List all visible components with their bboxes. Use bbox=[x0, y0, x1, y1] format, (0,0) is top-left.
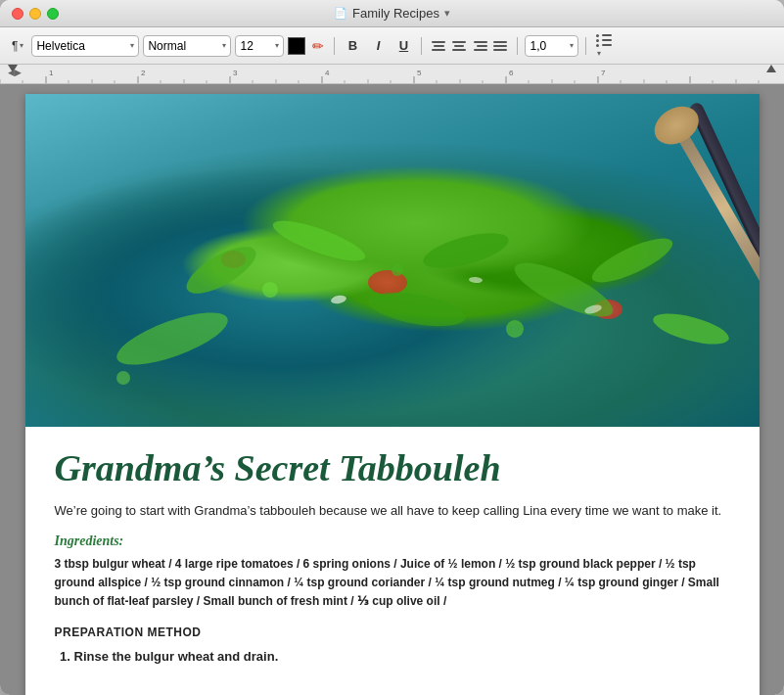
toolbar-separator-4 bbox=[585, 37, 586, 55]
window-title: Family Recipes bbox=[352, 6, 439, 21]
svg-text:1: 1 bbox=[49, 69, 54, 77]
alignment-group bbox=[429, 36, 510, 56]
document-icon: 📄 bbox=[334, 7, 347, 20]
svg-text:7: 7 bbox=[601, 69, 606, 77]
paragraph-dropdown-icon: ▾ bbox=[20, 41, 23, 50]
align-center-button[interactable] bbox=[449, 36, 469, 56]
tomatoes-1 bbox=[368, 270, 407, 295]
font-family-select[interactable]: Helvetica ▾ bbox=[31, 35, 139, 57]
ingredients-text: 3 tbsp bulgur wheat / 4 large ripe tomat… bbox=[55, 555, 730, 612]
minimize-button[interactable] bbox=[29, 8, 41, 20]
align-left-button[interactable] bbox=[429, 36, 448, 56]
ingredients-label: Ingredients: bbox=[55, 533, 730, 549]
italic-label: I bbox=[377, 38, 381, 53]
tomatoes-3 bbox=[221, 251, 246, 268]
style-select[interactable]: Normal ▾ bbox=[143, 35, 231, 57]
tomatoes-2 bbox=[593, 300, 623, 319]
traffic-lights bbox=[12, 8, 59, 20]
svg-text:3: 3 bbox=[233, 69, 238, 77]
font-family-arrow: ▾ bbox=[130, 41, 134, 50]
font-size-value: 12 bbox=[240, 39, 253, 53]
page: Grandma’s Secret Tabbouleh We’re going t… bbox=[25, 94, 760, 695]
app-window: 📄 Family Recipes ▾ ¶ ▾ Helvetica ▾ Norma… bbox=[0, 0, 784, 695]
toolbar-separator-2 bbox=[421, 37, 422, 55]
toolbar-separator-1 bbox=[334, 37, 335, 55]
paragraph-icon: ¶ bbox=[12, 39, 18, 53]
style-arrow: ▾ bbox=[222, 41, 226, 50]
svg-text:6: 6 bbox=[509, 69, 514, 77]
text-color-swatch[interactable] bbox=[288, 37, 305, 55]
underline-label: U bbox=[399, 38, 408, 53]
recipe-image bbox=[25, 94, 760, 427]
document-area[interactable]: Grandma’s Secret Tabbouleh We’re going t… bbox=[0, 84, 784, 695]
align-right-button[interactable] bbox=[470, 36, 489, 56]
ruler: ◀▶ 1 2 3 4 5 6 7 bbox=[0, 65, 784, 84]
page-content: Grandma’s Secret Tabbouleh We’re going t… bbox=[25, 427, 760, 685]
title-area: 📄 Family Recipes ▾ bbox=[334, 6, 450, 21]
line-spacing-select[interactable]: 1,0 ▾ bbox=[525, 35, 578, 57]
left-tab-marker: ◀▶ bbox=[8, 68, 22, 77]
steps-list: Rinse the bulgur wheat and drain. bbox=[55, 647, 730, 667]
svg-text:4: 4 bbox=[325, 69, 330, 77]
style-value: Normal bbox=[148, 39, 186, 53]
titlebar: 📄 Family Recipes ▾ bbox=[0, 0, 784, 27]
step-1: Rinse the bulgur wheat and drain. bbox=[74, 647, 730, 667]
toolbar: ¶ ▾ Helvetica ▾ Normal ▾ 12 ▾ ✏ B I bbox=[0, 27, 784, 65]
font-family-value: Helvetica bbox=[36, 39, 84, 53]
close-button[interactable] bbox=[12, 8, 23, 20]
svg-text:2: 2 bbox=[141, 69, 146, 77]
bold-label: B bbox=[348, 38, 357, 53]
align-justify-button[interactable] bbox=[490, 36, 510, 56]
preparation-label: PREPARATION Method bbox=[55, 626, 730, 639]
maximize-button[interactable] bbox=[47, 8, 59, 20]
list-dropdown-arrow: ▾ bbox=[597, 49, 614, 58]
underline-button[interactable]: U bbox=[392, 35, 414, 57]
clear-formatting-button[interactable]: ✏ bbox=[309, 38, 327, 54]
recipe-intro: We’re going to start with Grandma’s tabb… bbox=[55, 501, 730, 521]
spacing-value: 1,0 bbox=[530, 39, 546, 53]
toolbar-separator-3 bbox=[517, 37, 518, 55]
font-size-select[interactable]: 12 ▾ bbox=[235, 35, 284, 57]
italic-button[interactable]: I bbox=[367, 35, 389, 57]
bold-button[interactable]: B bbox=[342, 35, 363, 57]
salad-greens bbox=[104, 114, 730, 388]
list-button[interactable]: ▾ bbox=[593, 35, 617, 57]
ruler-svg: 1 2 3 4 5 6 7 bbox=[0, 65, 784, 84]
title-dropdown-arrow[interactable]: ▾ bbox=[444, 7, 450, 20]
svg-text:5: 5 bbox=[417, 69, 422, 77]
recipe-title: Grandma’s Secret Tabbouleh bbox=[55, 446, 730, 491]
font-size-arrow: ▾ bbox=[275, 41, 279, 50]
spacing-arrow: ▾ bbox=[570, 41, 574, 50]
paragraph-button[interactable]: ¶ ▾ bbox=[8, 37, 27, 55]
